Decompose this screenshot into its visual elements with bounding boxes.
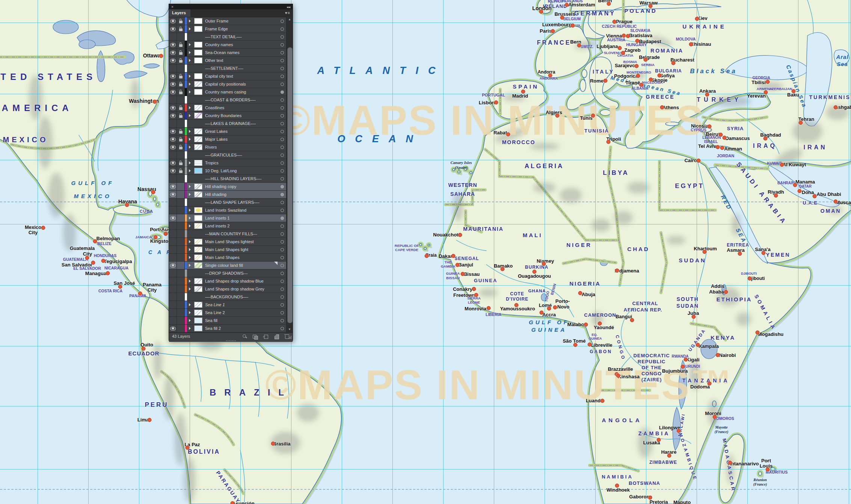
visibility-toggle[interactable] <box>169 120 177 127</box>
target-icon[interactable] <box>281 319 284 322</box>
layer-row[interactable]: Capital city text <box>169 72 293 80</box>
lock-toggle[interactable] <box>177 277 185 285</box>
target-icon[interactable] <box>281 224 284 228</box>
lock-toggle[interactable] <box>177 191 185 198</box>
visibility-toggle[interactable] <box>169 65 177 72</box>
target-icon[interactable] <box>281 106 284 110</box>
lock-toggle[interactable] <box>177 41 185 48</box>
target-icon[interactable] <box>281 146 284 149</box>
visibility-toggle[interactable] <box>169 72 177 80</box>
visibility-toggle[interactable] <box>169 135 177 143</box>
visibility-toggle[interactable] <box>169 199 177 206</box>
target-icon[interactable] <box>281 303 284 307</box>
layer-row[interactable]: Sea Line 1 <box>169 301 293 309</box>
layer-row[interactable]: 10 Deg. Lat/Long <box>169 167 293 175</box>
target-icon[interactable] <box>281 138 284 141</box>
expand-triangle-icon[interactable] <box>189 138 191 141</box>
target-icon[interactable] <box>281 43 284 47</box>
lock-toggle[interactable] <box>177 254 185 261</box>
locate-object-icon[interactable] <box>242 334 247 339</box>
lock-toggle[interactable] <box>177 72 185 80</box>
target-icon[interactable] <box>281 35 284 39</box>
lock-toggle[interactable] <box>177 246 185 253</box>
expand-triangle-icon[interactable] <box>189 59 191 62</box>
expand-triangle-icon[interactable] <box>189 209 191 212</box>
target-icon[interactable] <box>281 311 284 314</box>
target-icon[interactable] <box>281 256 284 259</box>
clipping-mask-icon[interactable] <box>252 334 258 339</box>
expand-triangle-icon[interactable] <box>189 161 191 164</box>
layer-row[interactable]: Frame Edge <box>169 25 293 33</box>
visibility-toggle[interactable] <box>169 128 177 135</box>
visibility-toggle[interactable] <box>169 25 177 33</box>
expand-triangle-icon[interactable] <box>189 146 191 149</box>
lock-toggle[interactable] <box>177 104 185 111</box>
layer-row[interactable]: Rivers <box>169 143 293 151</box>
lock-toggle[interactable] <box>177 49 185 56</box>
target-icon[interactable] <box>281 153 284 157</box>
visibility-toggle[interactable] <box>169 175 177 182</box>
layer-row[interactable]: Other text <box>169 57 293 65</box>
panel-drag-handle[interactable] <box>169 340 293 342</box>
expand-triangle-icon[interactable] <box>189 264 191 267</box>
layer-row[interactable]: Main Land Shapes <box>169 254 293 262</box>
visibility-toggle[interactable] <box>169 238 177 245</box>
lock-toggle[interactable] <box>177 17 185 25</box>
expand-triangle-icon[interactable] <box>189 303 191 306</box>
layer-row[interactable]: Great Lakes <box>169 128 293 135</box>
layer-row[interactable]: Land Shapes drop shadow Grey <box>169 285 293 293</box>
lock-toggle[interactable] <box>177 167 185 175</box>
lock-toggle[interactable] <box>177 96 185 104</box>
visibility-toggle[interactable] <box>169 167 177 175</box>
lock-toggle[interactable] <box>177 128 185 135</box>
target-icon[interactable] <box>281 51 284 54</box>
target-icon-selected[interactable] <box>281 217 284 220</box>
lock-toggle[interactable] <box>177 293 185 301</box>
expand-triangle-icon[interactable] <box>189 224 191 227</box>
lock-toggle[interactable] <box>177 135 185 143</box>
target-icon[interactable] <box>281 161 284 165</box>
lock-toggle[interactable] <box>177 151 185 159</box>
target-icon[interactable] <box>281 83 284 86</box>
target-icon[interactable] <box>281 169 284 173</box>
visibility-toggle[interactable] <box>169 17 177 25</box>
layer-separator-row[interactable]: —-BACKGROUNDS—- <box>169 293 293 301</box>
lock-toggle[interactable] <box>177 238 185 245</box>
visibility-toggle[interactable] <box>169 80 177 88</box>
layer-row[interactable]: Country names casing <box>169 88 293 96</box>
target-icon[interactable] <box>281 201 284 204</box>
lock-toggle[interactable] <box>177 317 185 324</box>
layer-separator-row[interactable]: ---DROP SHADOWS--- <box>169 269 293 277</box>
layer-row[interactable]: Land Insets Swaziland <box>169 206 293 214</box>
expand-triangle-icon[interactable] <box>189 193 191 196</box>
visibility-toggle[interactable] <box>169 246 177 253</box>
visibility-toggle[interactable] <box>169 317 177 324</box>
expand-triangle-icon[interactable] <box>189 114 191 117</box>
lock-toggle[interactable] <box>177 25 185 33</box>
layer-separator-row[interactable]: —-COAST & BORDERS—- <box>169 96 293 104</box>
target-icon[interactable] <box>281 67 284 70</box>
visibility-toggle[interactable] <box>169 143 177 151</box>
layer-row[interactable]: Hill shading <box>169 191 293 199</box>
lock-toggle[interactable] <box>177 206 185 214</box>
target-icon[interactable] <box>281 27 284 31</box>
expand-triangle-icon[interactable] <box>189 20 191 23</box>
layer-row[interactable]: Country Boundaries <box>169 112 293 120</box>
target-icon[interactable] <box>281 232 284 236</box>
target-icon[interactable] <box>281 20 284 23</box>
new-sublayer-icon[interactable] <box>263 334 269 339</box>
layer-row[interactable]: Land insets 1 <box>169 214 293 222</box>
target-icon[interactable] <box>281 209 284 212</box>
panel-menu-icon[interactable]: ▾≡ <box>285 11 290 15</box>
tab-layers[interactable]: Layers <box>169 9 190 17</box>
expand-triangle-icon[interactable] <box>189 217 191 220</box>
lock-toggle[interactable] <box>177 285 185 293</box>
target-icon[interactable] <box>281 59 284 62</box>
visibility-toggle[interactable] <box>169 41 177 48</box>
layer-row[interactable]: Country names <box>169 41 293 49</box>
lock-toggle[interactable] <box>177 57 185 64</box>
visibility-toggle[interactable] <box>169 262 177 269</box>
expand-triangle-icon[interactable] <box>189 287 191 290</box>
target-icon[interactable] <box>281 240 284 244</box>
lock-toggle[interactable] <box>177 301 185 308</box>
